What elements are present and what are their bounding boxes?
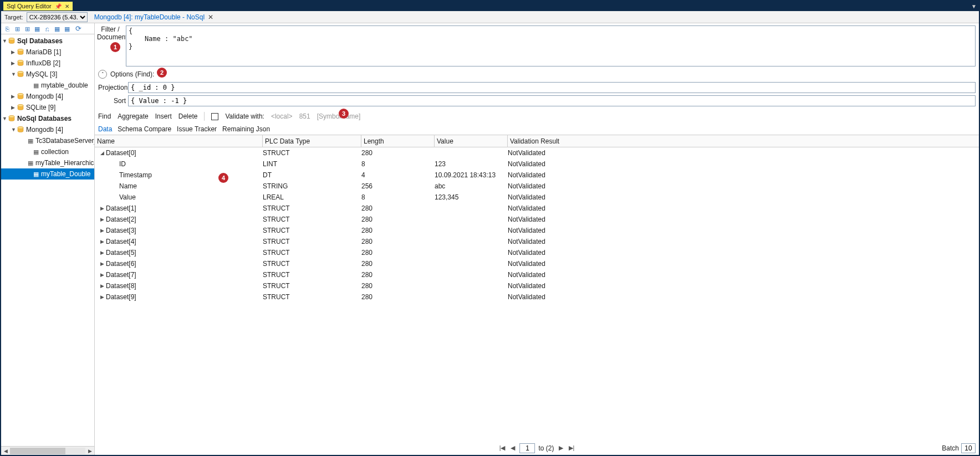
tree-item[interactable]: ▼Mongodb [4] — [1, 124, 94, 135]
filter-document-input[interactable]: { Name : "abc" } — [126, 25, 976, 66]
validate-hint-851: 851 — [299, 112, 310, 120]
toolbar-icon-6[interactable]: ▦ — [53, 25, 61, 33]
find-button[interactable]: Find — [98, 112, 111, 120]
tree-item[interactable]: ▦Tc3DatabaseServer_Meta — [1, 135, 94, 146]
annotation-badge-1: 1 — [110, 42, 120, 52]
pager-prev-icon[interactable]: ◀ — [509, 444, 516, 452]
pager-first-icon[interactable]: |◀ — [498, 444, 507, 452]
batch-label: Batch — [942, 444, 959, 452]
toolbar-icon-5[interactable]: ⎌ — [43, 25, 51, 33]
table-row[interactable]: ▶ Dataset[7]STRUCT280NotValidated — [95, 269, 979, 280]
tab-issue-tracker[interactable]: Issue Tracker — [177, 125, 217, 135]
annotation-badge-3: 3 — [339, 109, 349, 119]
options-row: ˄ Options (Find): 2 — [95, 68, 979, 81]
table-row[interactable]: ▶ Dataset[4]STRUCT280NotValidated — [95, 236, 979, 247]
table-row[interactable]: ▶ Dataset[8]STRUCT280NotValidated — [95, 280, 979, 291]
sidebar-hscroll[interactable]: ◀ ▶ — [1, 446, 94, 455]
table-row[interactable]: ▶ Dataset[1]STRUCT280NotValidated — [95, 203, 979, 214]
table-row[interactable]: IDLINT8123NotValidated — [95, 158, 979, 170]
insert-button[interactable]: Insert — [155, 112, 172, 120]
title-bar: Sql Query Editor 📌 ✕ ▼ — [1, 1, 979, 11]
tree-item[interactable]: ▦myTable_Hierarchical — [1, 157, 94, 168]
options-label: Options (Find): — [110, 70, 154, 78]
svg-point-1 — [9, 38, 14, 40]
svg-point-9 — [18, 94, 23, 96]
document-tab-close-icon[interactable]: ✕ — [208, 13, 213, 21]
editor-tab-title: Sql Query Editor — [7, 3, 52, 9]
target-label: Target: — [4, 14, 23, 21]
sort-row: Sort — [95, 94, 979, 107]
scroll-right-icon[interactable]: ▶ — [85, 448, 94, 454]
sort-input[interactable] — [128, 95, 976, 106]
svg-point-7 — [18, 71, 23, 74]
tree-item[interactable]: ▼MySQL [3] — [1, 69, 94, 80]
tree-item[interactable]: ▶Mongodb [4] — [1, 91, 94, 102]
toolbar-icon-3[interactable]: ⊞ — [23, 25, 31, 33]
col-type[interactable]: PLC Data Type — [263, 135, 361, 147]
toolbar-icon-4[interactable]: ▦ — [33, 25, 41, 33]
batch-input[interactable] — [961, 443, 976, 453]
pager-last-icon[interactable]: ▶| — [568, 444, 576, 452]
table-row[interactable]: ◢ Dataset[0]STRUCT280NotValidated — [95, 147, 979, 158]
document-tab-label: Mongodb [4]: myTableDouble - NoSql — [94, 13, 205, 21]
tree-item[interactable]: ▦collection — [1, 146, 94, 157]
table-row[interactable]: NameSTRING256abcNotValidated — [95, 181, 979, 192]
toolbar-icon-2[interactable]: ⊞ — [13, 25, 21, 33]
grid-header: Name PLC Data Type Length Value Validati… — [95, 135, 979, 147]
table-row[interactable]: ▶ Dataset[5]STRUCT280NotValidated — [95, 247, 979, 258]
action-row: Find Aggregate Insert Delete Validate wi… — [95, 107, 979, 123]
tab-data[interactable]: Data — [98, 125, 112, 135]
sort-label: Sort — [98, 97, 126, 105]
editor-tab[interactable]: Sql Query Editor 📌 ✕ — [3, 2, 73, 11]
window-dropdown-icon[interactable]: ▼ — [971, 3, 977, 9]
tree-item[interactable]: ▶MariaDB [1] — [1, 47, 94, 58]
validate-hint-local: <local> — [271, 112, 293, 120]
refresh-icon[interactable]: ⟳ — [74, 25, 82, 33]
table-row[interactable]: ▶ Dataset[2]STRUCT280NotValidated — [95, 214, 979, 225]
table-row[interactable]: ▶ Dataset[9]STRUCT280NotValidated — [95, 291, 979, 303]
tab-schema-compare[interactable]: Schema Compare — [118, 125, 171, 135]
tree-item[interactable]: ▦myTable_Double — [1, 168, 94, 180]
database-sidebar: ⎘ ⊞ ⊞ ▦ ⎌ ▦ ▦ ⟳ ▼Sql Databases▶MariaDB [… — [1, 23, 95, 455]
tab-remaining-json[interactable]: Remaining Json — [222, 125, 270, 135]
nosql-databases-node[interactable]: ▼NoSql Databases — [1, 113, 94, 124]
toolbar-icon-7[interactable]: ▦ — [63, 25, 71, 33]
table-row[interactable]: ▶ Dataset[3]STRUCT280NotValidated — [95, 225, 979, 236]
svg-point-3 — [18, 49, 23, 52]
svg-point-5 — [18, 60, 23, 63]
pager-next-icon[interactable]: ▶ — [558, 444, 564, 452]
database-tree: ▼Sql Databases▶MariaDB [1]▶InfluxDB [2]▼… — [1, 34, 94, 446]
scroll-track[interactable] — [10, 448, 85, 454]
scroll-left-icon[interactable]: ◀ — [1, 448, 10, 454]
close-icon[interactable]: ✕ — [65, 3, 69, 9]
delete-button[interactable]: Delete — [178, 112, 198, 120]
data-tabs: Data Schema Compare Issue Tracker Remain… — [95, 123, 979, 135]
tree-item[interactable]: ▶SQLite [9] — [1, 102, 94, 113]
target-select[interactable]: CX-2B9236 (5.43.146. — [27, 12, 88, 22]
scroll-thumb[interactable] — [10, 448, 65, 454]
target-bar: Target: CX-2B9236 (5.43.146. Mongodb [4]… — [1, 11, 979, 23]
sidebar-toolbar: ⎘ ⊞ ⊞ ▦ ⎌ ▦ ▦ ⟳ — [1, 23, 94, 34]
tree-item[interactable]: ▶InfluxDB [2] — [1, 58, 94, 69]
aggregate-button[interactable]: Aggregate — [118, 112, 148, 120]
sql-databases-node[interactable]: ▼Sql Databases — [1, 35, 94, 47]
col-name[interactable]: Name — [95, 135, 263, 147]
validate-label: Validate with: — [225, 112, 264, 120]
validate-checkbox[interactable] — [211, 113, 218, 120]
document-tab[interactable]: Mongodb [4]: myTableDouble - NoSql ✕ — [94, 13, 213, 21]
svg-point-15 — [18, 127, 23, 129]
projection-input[interactable] — [128, 82, 976, 93]
main-panel: Filter / Document { Name : "abc" } 1 ˄ O… — [95, 23, 979, 455]
options-expander-icon[interactable]: ˄ — [98, 70, 107, 79]
tree-item[interactable]: ▦mytable_double — [1, 80, 94, 91]
table-row[interactable]: ValueLREAL8123,345NotValidated — [95, 192, 979, 203]
table-row[interactable]: ▶ Dataset[6]STRUCT280NotValidated — [95, 258, 979, 269]
pager-page-input[interactable] — [519, 443, 535, 453]
toolbar-icon-1[interactable]: ⎘ — [3, 25, 11, 33]
pager-of-label: to (2) — [538, 444, 554, 452]
pin-icon[interactable]: 📌 — [55, 3, 62, 9]
col-value[interactable]: Value — [435, 135, 508, 147]
col-length[interactable]: Length — [361, 135, 435, 147]
projection-row: Projection — [95, 81, 979, 94]
col-validation[interactable]: Validation Result — [508, 135, 979, 147]
